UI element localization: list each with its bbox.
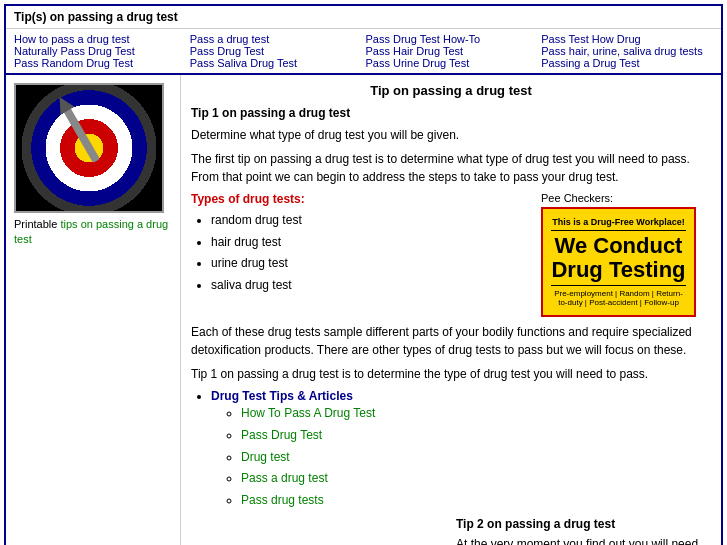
- article-link-2[interactable]: Pass Drug Test: [241, 428, 322, 442]
- target-image: [14, 83, 164, 213]
- nav-link-1-3[interactable]: Pass Random Drug Test: [14, 57, 186, 69]
- drug-sign-bottom: Pre-employment | Random | Return-to-duty…: [551, 285, 686, 307]
- arrow-icon: [63, 107, 100, 163]
- nav-col-1: How to pass a drug test Naturally Pass D…: [14, 33, 186, 69]
- nav-link-1-1[interactable]: How to pass a drug test: [14, 33, 186, 45]
- body-text: Each of these drug tests sample differen…: [191, 323, 711, 359]
- pee-checker-col: Pee Checkers: This is a Drug-Free Workpl…: [541, 192, 711, 317]
- list-item: Pass Drug Test: [241, 425, 711, 447]
- nav-link-4-2[interactable]: Pass hair, urine, saliva drug tests: [541, 45, 713, 57]
- list-item: urine drug test: [211, 253, 531, 275]
- nav-link-3-2[interactable]: Pass Hair Drug Test: [366, 45, 538, 57]
- article-link-5[interactable]: Pass drug tests: [241, 493, 324, 507]
- types-heading: Types of drug tests:: [191, 192, 531, 206]
- drug-sign: This is a Drug-Free Workplace! We Conduc…: [541, 207, 696, 317]
- list-item: Pass drug tests: [241, 490, 711, 512]
- nav-link-3-1[interactable]: Pass Drug Test How-To: [366, 33, 538, 45]
- tip1-detail: The first tip on passing a drug test is …: [191, 150, 711, 186]
- list-item: Drug test: [241, 447, 711, 469]
- tip1-conclusion: Tip 1 on passing a drug test is to deter…: [191, 365, 711, 383]
- nav-link-2-1[interactable]: Pass a drug test: [190, 33, 362, 45]
- nav-col-3: Pass Drug Test How-To Pass Hair Drug Tes…: [366, 33, 538, 69]
- printable-prefix: Printable: [14, 218, 60, 230]
- drug-list-col: Types of drug tests: random drug test ha…: [191, 192, 531, 317]
- nav-link-4-3[interactable]: Passing a Drug Test: [541, 57, 713, 69]
- bottom-section: Tip 2 on passing a drug test At the very…: [191, 517, 711, 545]
- article-link-3[interactable]: Drug test: [241, 450, 290, 464]
- articles-heading-link[interactable]: Drug Test Tips & Articles: [211, 389, 353, 403]
- bottom-right: Tip 2 on passing a drug test At the very…: [456, 517, 711, 545]
- nav-link-1-2[interactable]: Naturally Pass Drug Test: [14, 45, 186, 57]
- nav-link-2-2[interactable]: Pass Drug Test: [190, 45, 362, 57]
- title-bar: Tip(s) on passing a drug test: [6, 6, 721, 29]
- navigation: How to pass a drug test Naturally Pass D…: [6, 29, 721, 75]
- types-list: random drug test hair drug test urine dr…: [191, 210, 531, 296]
- list-item: random drug test: [211, 210, 531, 232]
- main-title: Tip on passing a drug test: [191, 83, 711, 98]
- printable-caption: Printable tips on passing a drug test: [14, 217, 172, 248]
- bottom-left: [191, 517, 446, 545]
- page-title: Tip(s) on passing a drug test: [14, 10, 178, 24]
- nav-col-4: Pass Test How Drug Pass hair, urine, sal…: [541, 33, 713, 69]
- article-link-1[interactable]: How To Pass A Drug Test: [241, 406, 375, 420]
- content-area: Printable tips on passing a drug test Ti…: [6, 75, 721, 545]
- list-item: saliva drug test: [211, 275, 531, 297]
- list-item: Pass a drug test: [241, 468, 711, 490]
- list-item: hair drug test: [211, 232, 531, 254]
- nav-link-4-1[interactable]: Pass Test How Drug: [541, 33, 713, 45]
- tip2-heading: Tip 2 on passing a drug test: [456, 517, 711, 531]
- nav-col-2: Pass a drug test Pass Drug Test Pass Sal…: [190, 33, 362, 69]
- tip1-heading: Tip 1 on passing a drug test: [191, 106, 711, 120]
- article-link-4[interactable]: Pass a drug test: [241, 471, 328, 485]
- tip2-text: At the very moment you find out you will…: [456, 535, 711, 545]
- drug-sign-main: We Conduct Drug Testing: [551, 234, 686, 282]
- nav-link-2-3[interactable]: Pass Saliva Drug Test: [190, 57, 362, 69]
- drug-sign-top: This is a Drug-Free Workplace!: [551, 217, 686, 231]
- left-panel: Printable tips on passing a drug test: [6, 75, 181, 545]
- list-item: How To Pass A Drug Test: [241, 403, 711, 425]
- nav-link-3-3[interactable]: Pass Urine Drug Test: [366, 57, 538, 69]
- articles-heading: Drug Test Tips & Articles: [211, 389, 353, 403]
- articles-bullet-item: Drug Test Tips & Articles How To Pass A …: [211, 389, 711, 511]
- pee-checkers-label: Pee Checkers:: [541, 192, 711, 204]
- main-content: Tip on passing a drug test Tip 1 on pass…: [181, 75, 721, 545]
- page-container: Tip(s) on passing a drug test How to pas…: [4, 4, 723, 545]
- articles-list: How To Pass A Drug Test Pass Drug Test D…: [211, 403, 711, 511]
- tip1-intro: Determine what type of drug test you wil…: [191, 126, 711, 144]
- articles-section: Drug Test Tips & Articles How To Pass A …: [191, 389, 711, 511]
- types-section: Types of drug tests: random drug test ha…: [191, 192, 711, 317]
- articles-bullet: Drug Test Tips & Articles How To Pass A …: [191, 389, 711, 511]
